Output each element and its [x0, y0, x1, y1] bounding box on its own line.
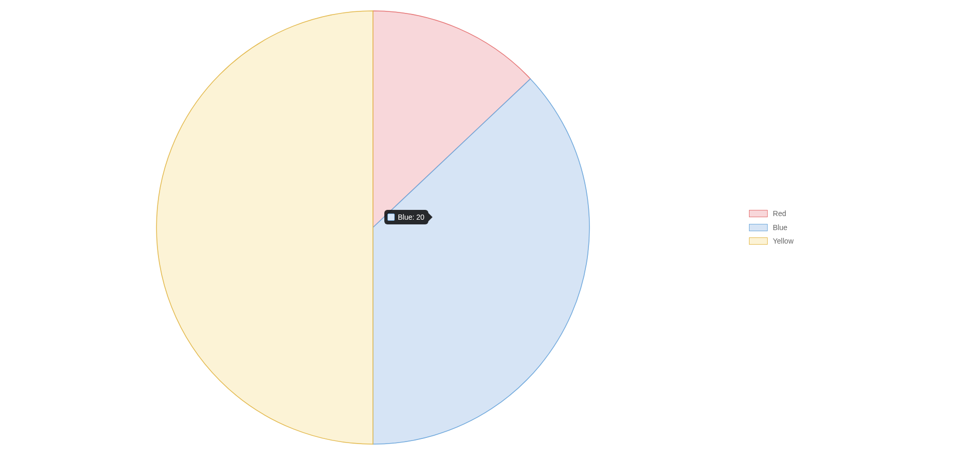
- pie-svg: [0, 0, 746, 455]
- legend-label-red: Red: [773, 207, 786, 221]
- legend-swatch-red: [749, 210, 768, 217]
- tooltip-swatch: [387, 214, 395, 221]
- legend-item-red[interactable]: Red: [749, 207, 794, 221]
- pie-slice-yellow[interactable]: [156, 11, 373, 444]
- legend-swatch-blue: [749, 224, 768, 231]
- legend-item-blue[interactable]: Blue: [749, 221, 794, 235]
- legend-label-yellow: Yellow: [773, 234, 794, 248]
- pie-chart[interactable]: [0, 0, 746, 455]
- legend: Red Blue Yellow: [749, 207, 794, 248]
- tooltip: Blue: 20: [384, 210, 428, 224]
- legend-item-yellow[interactable]: Yellow: [749, 234, 794, 248]
- legend-swatch-yellow: [749, 238, 768, 245]
- legend-label-blue: Blue: [773, 221, 787, 235]
- tooltip-text: Blue: 20: [398, 213, 424, 221]
